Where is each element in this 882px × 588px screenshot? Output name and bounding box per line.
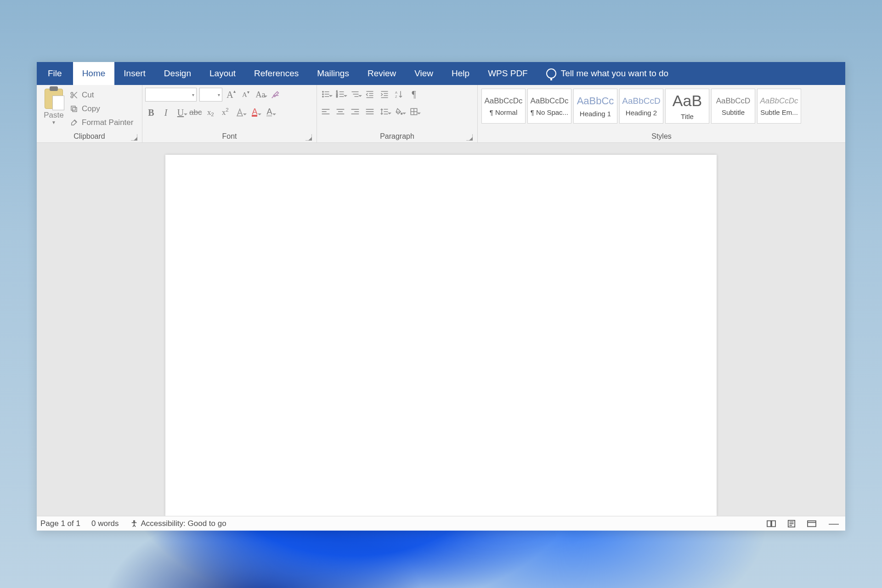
tab-wps-pdf[interactable]: WPS PDF <box>479 62 537 85</box>
paste-dropdown-caret[interactable]: ▼ <box>51 120 56 125</box>
style-item-title[interactable]: AaBTitle <box>665 89 709 124</box>
style-name-label: Subtitle <box>722 108 745 116</box>
svg-text:Z: Z <box>395 95 397 99</box>
sort-button[interactable]: AZ <box>393 88 405 101</box>
status-word-count[interactable]: 0 words <box>91 519 119 528</box>
increase-indent-button[interactable] <box>379 88 390 101</box>
numbering-button[interactable]: 123 <box>334 88 346 101</box>
shrink-font-button[interactable]: A▾ <box>240 88 252 101</box>
tab-file[interactable]: File <box>37 62 73 85</box>
font-size-combo[interactable]: ▾ <box>199 88 222 102</box>
style-item-subtitle[interactable]: AaBbCcDSubtitle <box>711 89 755 124</box>
tab-home[interactable]: Home <box>73 62 115 85</box>
style-item--normal[interactable]: AaBbCcDc¶ Normal <box>481 89 526 124</box>
svg-point-50 <box>133 520 135 522</box>
zoom-out-button[interactable]: — <box>826 518 842 530</box>
style-preview: AaB <box>673 92 702 110</box>
clear-formatting-button[interactable] <box>269 88 281 101</box>
borders-button[interactable] <box>408 105 420 118</box>
svg-rect-2 <box>73 107 77 112</box>
multilevel-list-button[interactable] <box>349 88 361 101</box>
tab-references[interactable]: References <box>245 62 308 85</box>
clipboard-dialog-launcher[interactable] <box>131 134 137 141</box>
justify-button[interactable] <box>364 105 376 118</box>
align-center-button[interactable] <box>334 105 346 118</box>
document-area[interactable] <box>37 143 845 516</box>
font-color-button[interactable]: A <box>263 106 275 119</box>
decrease-indent-button[interactable] <box>364 88 376 101</box>
paragraph-dialog-launcher[interactable] <box>466 134 473 141</box>
tell-me-search[interactable]: Tell me what you want to do <box>537 62 678 85</box>
subscript-button[interactable]: x2 <box>204 106 216 119</box>
group-clipboard-label: Clipboard <box>74 132 105 140</box>
cut-button[interactable]: Cut <box>68 90 135 101</box>
style-name-label: Title <box>681 113 694 120</box>
tab-insert[interactable]: Insert <box>114 62 155 85</box>
font-dialog-launcher[interactable] <box>305 134 312 141</box>
ribbon: Paste ▼ Cut Copy <box>37 85 845 143</box>
text-effects-button[interactable] <box>234 106 246 119</box>
highlight-color-button[interactable]: A <box>249 106 260 119</box>
font-name-combo[interactable]: ▾ <box>145 88 197 102</box>
tab-design[interactable]: Design <box>155 62 200 85</box>
format-painter-label: Format Painter <box>82 118 133 127</box>
tell-me-placeholder: Tell me what you want to do <box>561 68 668 79</box>
show-hide-paragraph-marks-button[interactable]: ¶ <box>408 88 420 101</box>
svg-text:3: 3 <box>336 95 338 98</box>
view-web-layout-button[interactable] <box>806 519 818 528</box>
copy-label: Copy <box>82 104 100 113</box>
strikethrough-button[interactable]: abc <box>189 106 202 119</box>
copy-icon <box>70 105 78 113</box>
document-page[interactable] <box>165 155 717 516</box>
style-item--no-spac-[interactable]: AaBbCcDc¶ No Spac... <box>527 89 571 124</box>
styles-gallery[interactable]: AaBbCcDc¶ NormalAaBbCcDc¶ No Spac...AaBb… <box>481 88 802 124</box>
group-paragraph: 123 AZ ¶ <box>317 85 478 142</box>
tab-mailings[interactable]: Mailings <box>308 62 358 85</box>
bold-button[interactable]: B <box>145 106 157 119</box>
cut-label: Cut <box>82 90 94 100</box>
line-spacing-button[interactable] <box>379 105 390 118</box>
align-left-button[interactable] <box>320 105 332 118</box>
svg-point-1 <box>71 96 73 98</box>
tab-help[interactable]: Help <box>442 62 479 85</box>
tab-layout[interactable]: Layout <box>200 62 245 85</box>
ribbon-tabstrip: File Home Insert Design Layout Reference… <box>37 62 845 85</box>
format-painter-button[interactable]: Format Painter <box>68 117 135 128</box>
accessibility-icon <box>130 520 138 528</box>
group-font-label: Font <box>222 132 237 140</box>
shading-button[interactable] <box>393 105 405 118</box>
align-right-button[interactable] <box>349 105 361 118</box>
style-item-heading-1[interactable]: AaBbCcHeading 1 <box>573 89 617 124</box>
grow-font-button[interactable]: A▴ <box>225 88 237 101</box>
scissors-icon <box>70 91 78 99</box>
change-case-button[interactable]: Aa <box>254 88 266 101</box>
style-preview: AaBbCcDc <box>760 96 798 106</box>
svg-point-6 <box>322 94 323 95</box>
status-page[interactable]: Page 1 of 1 <box>40 519 80 528</box>
group-clipboard: Paste ▼ Cut Copy <box>37 85 142 142</box>
style-name-label: Subtle Em... <box>760 108 798 116</box>
group-paragraph-label: Paragraph <box>380 132 414 140</box>
bullets-button[interactable] <box>320 88 332 101</box>
view-print-layout-button[interactable] <box>786 519 797 528</box>
style-name-label: ¶ No Spac... <box>531 108 568 116</box>
copy-button[interactable]: Copy <box>68 103 135 114</box>
paste-label: Paste <box>44 111 63 120</box>
superscript-button[interactable]: x2 <box>219 106 231 119</box>
svg-rect-3 <box>71 106 75 110</box>
svg-point-8 <box>322 96 323 97</box>
group-styles-label: Styles <box>651 132 672 140</box>
style-item-heading-2[interactable]: AaBbCcDHeading 2 <box>619 89 663 124</box>
status-accessibility[interactable]: Accessibility: Good to go <box>130 519 226 528</box>
italic-button[interactable]: I <box>160 106 172 119</box>
tab-view[interactable]: View <box>405 62 442 85</box>
svg-rect-55 <box>808 520 816 526</box>
style-item-subtle-em-[interactable]: AaBbCcDcSubtle Em... <box>757 89 801 124</box>
paste-button[interactable]: Paste ▼ <box>40 88 68 125</box>
tab-review[interactable]: Review <box>358 62 405 85</box>
view-read-mode-button[interactable] <box>765 519 777 528</box>
underline-button[interactable]: U <box>175 106 187 119</box>
paintbrush-icon <box>70 119 78 127</box>
group-styles: AaBbCcDc¶ NormalAaBbCcDc¶ No Spac...AaBb… <box>478 85 845 142</box>
status-bar: Page 1 of 1 0 words Accessibility: Good … <box>37 516 845 531</box>
